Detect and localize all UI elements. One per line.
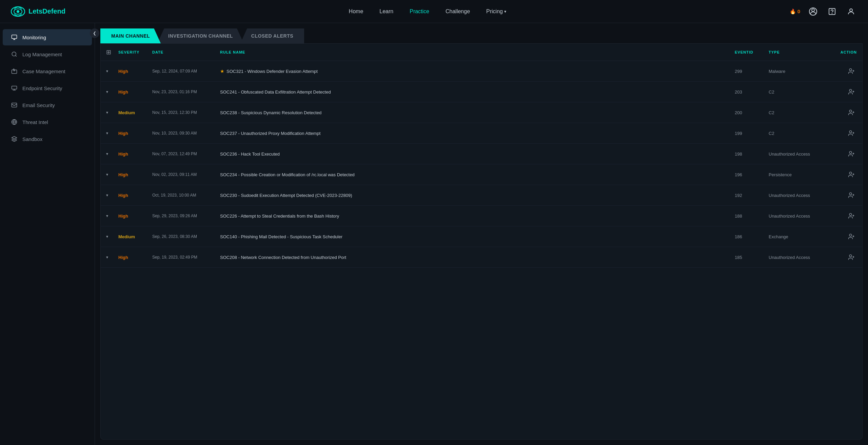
assign-btn[interactable] (846, 128, 857, 139)
table-row[interactable]: ▾ High Sep, 19, 2023, 02:49 PM SOC208 - … (101, 247, 862, 268)
sidebar-item-monitoring[interactable]: Monitoring (3, 29, 92, 45)
sidebar-label-monitoring: Monitoring (22, 35, 46, 40)
svg-point-33 (849, 193, 852, 195)
row-expand-btn[interactable]: ▾ (106, 89, 118, 94)
table-row[interactable]: ▾ High Nov, 23, 2023, 01:16 PM SOC241 - … (101, 82, 862, 102)
svg-point-30 (849, 172, 852, 175)
user-circle-icon (809, 7, 817, 16)
type-cell: Exchange (769, 234, 830, 239)
filter-btn[interactable]: ⊞ (106, 48, 118, 56)
svg-point-27 (849, 151, 852, 154)
date-cell: Nov, 15, 2023, 12:30 PM (152, 110, 220, 115)
profile-icon[interactable] (845, 5, 857, 18)
row-expand-btn[interactable]: ▾ (106, 234, 118, 239)
table-row[interactable]: ▾ High Nov, 10, 2023, 09:30 AM SOC237 - … (101, 123, 862, 144)
assign-btn[interactable] (846, 107, 857, 118)
row-expand-btn[interactable]: ▾ (106, 255, 118, 260)
row-expand-btn[interactable]: ▾ (106, 131, 118, 136)
date-cell: Sep, 19, 2023, 02:49 PM (152, 255, 220, 260)
sidebar-item-email-security[interactable]: Email Security (3, 97, 92, 113)
assign-btn[interactable] (846, 169, 857, 180)
logo-icon (11, 4, 25, 19)
row-expand-btn[interactable]: ▾ (106, 172, 118, 177)
tab-closed-alerts[interactable]: CLOSED ALERTS (240, 28, 304, 43)
assign-btn[interactable] (846, 190, 857, 201)
row-expand-btn[interactable]: ▾ (106, 193, 118, 198)
nav-practice[interactable]: Practice (410, 8, 429, 15)
help-icon[interactable] (826, 5, 838, 18)
date-cell: Sep, 12, 2024, 07:09 AM (152, 69, 220, 74)
sidebar-label-email-security: Email Security (22, 102, 55, 108)
row-expand-btn[interactable]: ▾ (106, 69, 118, 74)
severity-cell: High (118, 214, 152, 219)
rule-name-cell: SOC234 - Possible Creation or Modificati… (220, 172, 735, 177)
nav-learn[interactable]: Learn (379, 8, 393, 15)
action-cell (830, 86, 857, 97)
sidebar-label-log-management: Log Management (22, 52, 62, 57)
rule-name-cell: SOC238 - Suspicious Dynamic Resolution D… (220, 110, 735, 115)
table-body: ▾ High Sep, 12, 2024, 07:09 AM ★ SOC321 … (101, 61, 862, 268)
assign-btn[interactable] (846, 66, 857, 77)
rule-name-cell: ★ SOC321 - Windows Defender Evasion Atte… (220, 68, 735, 74)
brand-name: LetsDefend (28, 7, 65, 15)
sidebar-item-threat-intel[interactable]: Threat Intel (3, 114, 92, 130)
sidebar-item-endpoint-security[interactable]: Endpoint Security (3, 80, 92, 96)
assign-btn[interactable] (846, 252, 857, 263)
svg-point-2 (17, 10, 19, 13)
nav-pricing[interactable]: Pricing ▾ (486, 8, 506, 15)
sidebar-label-case-management: Case Management (22, 68, 65, 74)
assign-btn[interactable] (846, 148, 857, 159)
eventid-cell: 185 (735, 255, 769, 260)
rule-name-cell: SOC208 - Network Connection Detected fro… (220, 255, 735, 260)
nav-home[interactable]: Home (349, 8, 363, 15)
row-expand-btn[interactable]: ▾ (106, 214, 118, 218)
row-expand-btn[interactable]: ▾ (106, 151, 118, 156)
action-cell (830, 148, 857, 159)
svg-rect-13 (12, 103, 17, 107)
table-row[interactable]: ▾ High Oct, 19, 2023, 10:00 AM SOC230 - … (101, 185, 862, 206)
table-row[interactable]: ▾ Medium Sep, 26, 2023, 08:30 AM SOC140 … (101, 226, 862, 247)
table-row[interactable]: ▾ High Sep, 12, 2024, 07:09 AM ★ SOC321 … (101, 61, 862, 82)
type-cell: Unauthorized Access (769, 151, 830, 157)
rule-name-cell: SOC230 - Sudoedit Execution Attempt Dete… (220, 193, 735, 198)
severity-cell: High (118, 193, 152, 198)
type-cell: C2 (769, 110, 830, 115)
action-cell (830, 252, 857, 263)
row-expand-btn[interactable]: ▾ (106, 110, 118, 115)
severity-cell: High (118, 69, 152, 74)
assign-btn[interactable] (846, 86, 857, 97)
tab-main-channel[interactable]: MAIN CHANNEL (100, 28, 161, 43)
avatar-icon[interactable] (807, 5, 819, 18)
log-management-icon (11, 51, 18, 58)
tab-investigation-channel[interactable]: INVESTIGATION CHANNEL (157, 28, 244, 43)
assign-btn[interactable] (846, 210, 857, 221)
svg-rect-8 (12, 35, 17, 39)
svg-point-18 (849, 89, 852, 92)
assign-btn[interactable] (846, 231, 857, 242)
action-cell (830, 210, 857, 221)
star-icon: ★ (220, 68, 224, 74)
table-row[interactable]: ▾ Medium Nov, 15, 2023, 12:30 PM SOC238 … (101, 102, 862, 123)
sidebar-item-log-management[interactable]: Log Management (3, 46, 92, 62)
eventid-cell: 198 (735, 151, 769, 157)
svg-point-24 (849, 131, 852, 133)
date-cell: Nov, 07, 2023, 12:49 PM (152, 151, 220, 156)
sidebar-item-case-management[interactable]: Case Management (3, 63, 92, 79)
table-row[interactable]: ▾ High Sep, 29, 2023, 09:26 AM SOC226 - … (101, 206, 862, 226)
nav-challenge[interactable]: Challenge (446, 8, 470, 15)
date-cell: Sep, 26, 2023, 08:30 AM (152, 234, 220, 239)
type-cell: Unauthorized Access (769, 193, 830, 198)
table-row[interactable]: ▾ High Nov, 07, 2023, 12:49 PM SOC236 - … (101, 144, 862, 164)
fire-counter[interactable]: 🔥 0 (790, 8, 800, 15)
action-cell (830, 231, 857, 242)
collapse-icon: ❮ (93, 31, 96, 36)
rule-name-cell: SOC237 - Unauthorized Proxy Modification… (220, 131, 735, 136)
sidebar-collapse-btn[interactable]: ❮ (90, 28, 99, 38)
rule-name-cell: SOC236 - Hack Tool Executed (220, 151, 735, 157)
sandbox-icon (11, 136, 18, 142)
logo[interactable]: LetsDefend (11, 4, 65, 19)
table-row[interactable]: ▾ High Nov, 02, 2023, 09:11 AM SOC234 - … (101, 164, 862, 185)
rule-name-cell: SOC241 - Obfuscated Data Exfiltration At… (220, 89, 735, 95)
sidebar-item-sandbox[interactable]: Sandbox (3, 131, 92, 147)
svg-rect-11 (14, 70, 15, 71)
